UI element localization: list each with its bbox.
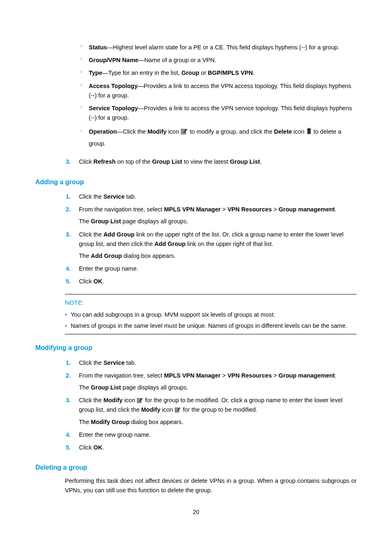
step-text: .	[335, 206, 337, 213]
step-text: From the navigation tree, select	[79, 372, 164, 379]
step-text: Click	[79, 158, 93, 165]
step-text: on top of the	[115, 158, 152, 165]
step-number: 1.	[66, 192, 71, 202]
step-number: 5.	[66, 277, 71, 286]
step-text: Modify	[141, 406, 161, 413]
field-label: Operation	[89, 128, 117, 135]
step-text: Click	[79, 278, 93, 285]
step-text: link on the upper right of that list.	[186, 241, 274, 247]
step-item: 1. Click the Service tab.	[35, 357, 357, 369]
step-text: >	[272, 372, 279, 379]
step-text: Add Group	[154, 241, 186, 247]
step-text: Click the	[79, 193, 104, 200]
step-text: MPLS VPN Manager	[164, 206, 221, 213]
step-text: Click	[79, 444, 93, 451]
step-text: VPN Resources	[227, 206, 272, 213]
step-text: .	[260, 158, 262, 165]
step-text: Click the	[79, 359, 104, 366]
step-text: icon	[122, 397, 137, 403]
modify-icon	[137, 397, 143, 403]
field-item: Access Topology—Provides a link to acces…	[35, 80, 357, 102]
field-text: BGP/MPLS VPN	[208, 70, 253, 76]
step-text: >	[272, 206, 279, 213]
field-text: or	[199, 70, 208, 76]
step-number: 2.	[66, 205, 71, 214]
step-text: tab.	[125, 359, 136, 366]
field-item: Type—Type for an entry in the list, Grou…	[35, 67, 357, 79]
step-text: .	[102, 444, 104, 451]
heading-adding: Adding a group	[35, 177, 357, 188]
step-number: 4.	[66, 430, 71, 440]
heading-deleting: Deleting a group	[35, 462, 357, 473]
field-descriptions: Status—Highest level alarm state for a P…	[35, 41, 357, 151]
step-text: .	[335, 372, 337, 379]
note-box: NOTE: You can add subgroups in a group. …	[65, 294, 357, 334]
modify-icon	[175, 407, 181, 412]
field-label: Status	[89, 44, 107, 51]
field-text: —Highest level alarm state for a PE or a…	[107, 44, 339, 51]
field-item: Operation—Click the Modify icon to modif…	[35, 124, 357, 151]
step-number: 5.	[66, 443, 71, 452]
step-number: 3.	[66, 157, 71, 167]
step-item: 4. Enter the new group name.	[35, 429, 357, 441]
step-continuation: The Modify Group dialog box appears.	[79, 417, 357, 427]
field-text: Group	[181, 70, 199, 76]
svg-rect-3	[308, 128, 310, 129]
step-number: 3.	[66, 230, 71, 239]
note-item: Names of groups in the same level must b…	[65, 320, 357, 331]
note-item: You can add subgroups in a group. MVM su…	[65, 309, 357, 320]
step-continuation: The Add Group dialog box appears.	[79, 251, 357, 261]
note-list: You can add subgroups in a group. MVM su…	[65, 309, 357, 331]
field-text: to modify a group, and click the	[188, 128, 274, 135]
deleting-paragraph: Performing this task does not affect dev…	[65, 476, 357, 495]
step-text: to view the latest	[182, 158, 230, 165]
step-item: 3. Click Refresh on top of the Group Lis…	[35, 155, 357, 168]
step-item: 3. Click the Add Group link on the upper…	[35, 228, 357, 263]
step-item: 1. Click the Service tab.	[35, 190, 357, 203]
page-number: 20	[0, 508, 392, 517]
step-text: Add Group	[104, 231, 135, 238]
step-item: 3. Click the Modify icon for the group t…	[35, 394, 357, 429]
step-item: 4. Enter the group name.	[35, 262, 357, 275]
step-item: 2. From the navigation tree, select MPLS…	[35, 203, 357, 228]
step-text: Group management	[279, 206, 335, 213]
step-number: 2.	[66, 371, 71, 380]
field-text: icon	[292, 128, 306, 135]
step-text: Refresh	[93, 158, 115, 165]
step-text: >	[221, 206, 228, 213]
step-continuation: The Group List page displays all groups.	[79, 383, 357, 392]
step-item: 5. Click OK.	[35, 275, 357, 288]
step-number: 4.	[66, 264, 71, 273]
step-text: MPLS VPN Manager	[164, 372, 221, 379]
step-text: for the group to be modified.	[181, 406, 257, 413]
field-item: Group/VPN Name—Name of a group or a VPN.	[35, 54, 357, 67]
step-text: tab.	[125, 193, 136, 200]
field-text: .	[253, 70, 254, 76]
field-text: Modify	[148, 128, 167, 135]
step-text: Click the	[79, 397, 104, 403]
step-text: OK	[93, 278, 102, 285]
step-text: Group management	[279, 372, 335, 379]
step-text: OK	[93, 444, 102, 451]
step-text: Service	[104, 193, 125, 200]
step-text: Modify	[104, 397, 123, 403]
field-item: Service Topology—Provides a link to acce…	[35, 102, 357, 124]
modify-icon	[181, 128, 188, 134]
field-item: Status—Highest level alarm state for a P…	[35, 41, 357, 54]
step-text: Group List	[230, 158, 260, 165]
field-text: —Name of a group or a VPN.	[138, 57, 216, 63]
step-text: Enter the new group name.	[79, 431, 151, 438]
svg-rect-2	[307, 129, 311, 130]
step-text: Click the	[79, 231, 104, 238]
field-text: —Type for an entry in the list,	[102, 70, 182, 76]
step-text: Enter the group name.	[79, 265, 138, 272]
field-text: Delete	[274, 128, 292, 135]
svg-rect-1	[307, 130, 311, 134]
step-text: From the navigation tree, select	[79, 206, 164, 213]
step-continuation: The Group List page displays all groups.	[79, 217, 357, 226]
step-item: 2. From the navigation tree, select MPLS…	[35, 369, 357, 394]
heading-modifying: Modifying a group	[35, 343, 357, 353]
refresh-step-list: 3. Click Refresh on top of the Group Lis…	[35, 155, 357, 168]
step-number: 1.	[66, 358, 71, 368]
field-label: Service Topology	[89, 105, 138, 111]
